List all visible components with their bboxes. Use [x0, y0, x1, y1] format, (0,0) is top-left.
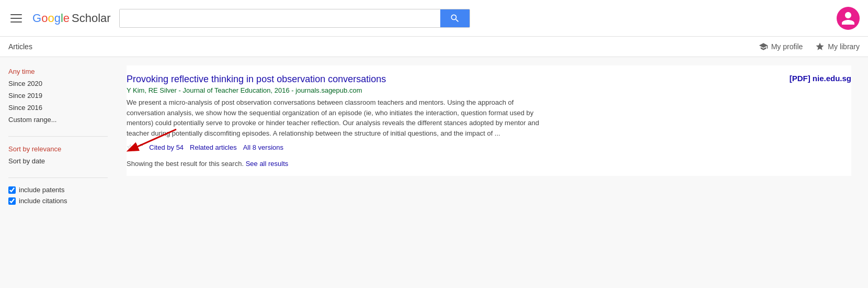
sub-header: Articles My profile My library [0, 37, 868, 57]
include-citations-checkbox[interactable]: include citations [8, 195, 108, 206]
avatar-icon [840, 10, 856, 26]
search-input[interactable] [120, 9, 440, 27]
filter-since-2020[interactable]: Since 2020 [8, 77, 108, 90]
author-re-silver[interactable]: RE Silver [149, 86, 177, 94]
include-citations-label: include citations [19, 197, 67, 205]
my-profile-label: My profile [771, 42, 803, 51]
main: Any time Since 2020 Since 2019 Since 201… [0, 57, 868, 267]
result-authors: Y Kim, RE Silver - Journal of Teacher Ed… [127, 86, 851, 94]
result-source: - Journal of Teacher Education, 2016 - j… [178, 86, 362, 94]
cite-icon[interactable]: ” [140, 143, 143, 152]
logo-g: G [32, 12, 41, 25]
search-bar [119, 9, 470, 28]
menu-icon[interactable] [8, 12, 24, 25]
my-library-link[interactable]: My library [815, 42, 860, 51]
best-result-note: Showing the best result for this search.… [127, 160, 851, 168]
sub-header-right: My profile My library [759, 42, 860, 51]
sidebar-divider-2 [8, 178, 108, 178]
include-patents-input[interactable] [8, 186, 16, 194]
include-patents-checkbox[interactable]: include patents [8, 184, 108, 195]
include-citations-input[interactable] [8, 197, 16, 205]
include-patents-label: include patents [19, 186, 64, 194]
header: Google Scholar [0, 0, 868, 37]
result-actions: ☆ ” Cited by 54 Related articles All 8 v… [127, 142, 851, 152]
sidebar: Any time Since 2020 Since 2019 Since 201… [8, 65, 118, 258]
sort-section: Sort by relevance Sort by date [8, 143, 108, 167]
checkbox-section: include patents include citations [8, 184, 108, 206]
results-area: Provoking reflective thinking in post ob… [118, 65, 860, 258]
result-card: Provoking reflective thinking in post ob… [127, 65, 851, 176]
cited-by-link[interactable]: Cited by 54 [149, 143, 184, 151]
related-articles-link[interactable]: Related articles [190, 143, 237, 151]
all-versions-link[interactable]: All 8 versions [243, 143, 283, 151]
logo: Google Scholar [32, 12, 111, 25]
filter-any-time[interactable]: Any time [8, 65, 108, 77]
see-all-results-link[interactable]: See all results [246, 160, 289, 168]
save-star-icon[interactable]: ☆ [127, 142, 134, 152]
search-icon [450, 13, 460, 24]
avatar[interactable] [837, 7, 860, 30]
time-filter-section: Any time Since 2020 Since 2019 Since 201… [8, 65, 108, 126]
my-library-label: My library [828, 42, 860, 51]
articles-label: Articles [8, 42, 32, 51]
star-icon [815, 42, 825, 51]
logo-google: Google [32, 12, 70, 25]
my-profile-link[interactable]: My profile [759, 42, 803, 51]
filter-custom-range[interactable]: Custom range... [8, 114, 108, 126]
sort-by-date[interactable]: Sort by date [8, 155, 108, 167]
pdf-link[interactable]: [PDF] nie.edu.sg [790, 74, 851, 83]
filter-since-2019[interactable]: Since 2019 [8, 90, 108, 102]
graduation-cap-icon [759, 42, 768, 51]
search-button[interactable] [440, 9, 470, 27]
sort-by-relevance[interactable]: Sort by relevance [8, 143, 108, 155]
filter-since-2016[interactable]: Since 2016 [8, 102, 108, 114]
logo-scholar: Scholar [72, 12, 111, 25]
result-snippet: We present a micro-analysis of post obse… [127, 97, 545, 138]
result-title-row: Provoking reflective thinking in post ob… [127, 74, 851, 85]
result-title-link[interactable]: Provoking reflective thinking in post ob… [127, 74, 779, 85]
author-y-kim[interactable]: Y Kim [127, 86, 144, 94]
sidebar-divider-1 [8, 136, 108, 137]
